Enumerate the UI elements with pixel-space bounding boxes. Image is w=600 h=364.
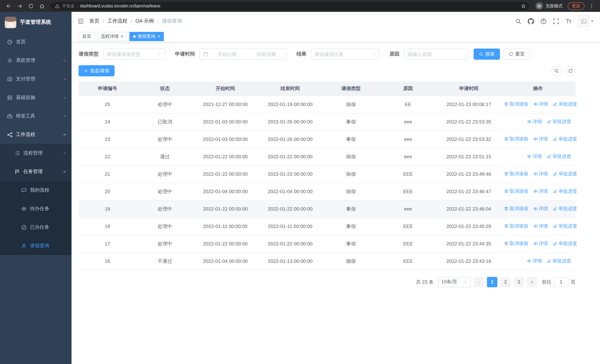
- fontsize-icon[interactable]: [565, 18, 572, 24]
- breadcrumb-item[interactable]: OA 示例: [135, 18, 154, 24]
- result-select[interactable]: [311, 48, 380, 60]
- leave-type-input[interactable]: [107, 51, 155, 57]
- sidebar-item-workflow[interactable]: 工作流程: [0, 125, 72, 144]
- approval-progress-link[interactable]: 审批进度: [547, 153, 571, 160]
- back-icon[interactable]: [4, 1, 13, 11]
- sidebar-item-dev-tools[interactable]: 研发工具: [0, 107, 72, 125]
- update-button[interactable]: 更新: [568, 2, 584, 10]
- cancel-leave-link[interactable]: 取消请假: [504, 171, 528, 177]
- page-number-button[interactable]: 2: [500, 277, 511, 287]
- column-header[interactable]: 结束时间: [257, 82, 323, 96]
- column-header[interactable]: 申请时间: [437, 82, 500, 96]
- github-icon[interactable]: [528, 18, 534, 24]
- cancel-leave-link[interactable]: 取消请假: [504, 206, 528, 212]
- refresh-icon[interactable]: [565, 66, 576, 76]
- page-number-button[interactable]: 1: [487, 277, 497, 287]
- sidebar-item-leave-query[interactable]: 请假查询: [0, 236, 72, 255]
- column-header[interactable]: 请假类型: [323, 82, 379, 96]
- tab-home[interactable]: 首页: [79, 32, 95, 41]
- table-row[interactable]: 21 处理中 2022-01-22 00:00:00 2022-01-23 00…: [79, 165, 576, 183]
- cancel-leave-link[interactable]: 取消请假: [504, 241, 528, 247]
- sidebar-item-process-mgmt[interactable]: 流程管理: [0, 144, 72, 162]
- table-row[interactable]: 18 处理中 2022-01-11 00:00:00 2022-01-11 00…: [79, 218, 576, 235]
- breadcrumb-item[interactable]: 请假查询: [162, 18, 182, 24]
- cancel-leave-link[interactable]: 取消请假: [504, 136, 528, 142]
- approval-progress-link[interactable]: 审批进度: [553, 223, 577, 229]
- close-icon[interactable]: ×: [158, 34, 160, 39]
- reason-field[interactable]: [404, 48, 468, 60]
- home-icon[interactable]: [37, 1, 47, 11]
- apply-time-range-picker[interactable]: -: [199, 48, 287, 60]
- table-row[interactable]: 23 处理中 2022-01-03 00:00:00 2022-01-26 00…: [79, 131, 576, 148]
- next-page-button[interactable]: [527, 277, 537, 287]
- sidebar-item-home[interactable]: 首页: [0, 33, 72, 51]
- cancel-leave-link[interactable]: 取消请假: [504, 188, 528, 195]
- search-icon[interactable]: [552, 66, 562, 76]
- table-row[interactable]: 25 处理中 2021-12-27 00:00:00 2022-01-19 00…: [79, 96, 576, 113]
- detail-link[interactable]: 详情: [527, 258, 542, 264]
- column-header[interactable]: 状态: [136, 82, 193, 96]
- sidebar-item-payment-mgmt[interactable]: 支付管理: [0, 70, 72, 88]
- table-row[interactable]: 22 通过 2022-01-22 00:00:00 2022-01-22 00:…: [79, 148, 576, 165]
- breadcrumb-item[interactable]: 首页: [89, 18, 99, 24]
- table-row[interactable]: 20 处理中 2022-01-04 00:00:00 2022-01-04 00…: [79, 183, 576, 200]
- fullscreen-icon[interactable]: [553, 18, 559, 24]
- reload-icon[interactable]: [26, 1, 36, 11]
- detail-link[interactable]: 详情: [533, 241, 548, 247]
- detail-link[interactable]: 详情: [533, 136, 548, 142]
- approval-progress-link[interactable]: 审批进度: [547, 119, 571, 125]
- column-header[interactable]: 申请编号: [79, 82, 136, 96]
- goto-page-input[interactable]: [554, 277, 569, 287]
- cancel-leave-link[interactable]: 取消请假: [504, 223, 528, 229]
- approval-progress-link[interactable]: 审批进度: [553, 241, 577, 247]
- detail-link[interactable]: 详情: [533, 206, 548, 212]
- sidebar-item-infrastructure[interactable]: 基础设施: [0, 88, 72, 107]
- sidebar-item-done-tasks[interactable]: 已办任务: [0, 218, 72, 236]
- detail-link[interactable]: 详情: [527, 153, 542, 160]
- close-icon[interactable]: ×: [121, 34, 123, 39]
- table-row[interactable]: 16 不通过 2022-01-04 00:00:00 2022-01-13 00…: [79, 252, 576, 270]
- app-logo[interactable]: 芋道管理系统: [0, 12, 72, 33]
- start-date-input[interactable]: [210, 51, 244, 57]
- detail-link[interactable]: 详情: [533, 171, 548, 177]
- table-row[interactable]: 19 处理中 2022-01-22 00:00:00 2022-01-22 00…: [79, 200, 576, 218]
- detail-link[interactable]: 详情: [533, 223, 548, 229]
- column-header[interactable]: 原因: [379, 82, 437, 96]
- detail-link[interactable]: 详情: [527, 119, 542, 125]
- create-leave-button[interactable]: 发起请假: [79, 65, 114, 76]
- leave-type-select[interactable]: [103, 48, 165, 60]
- sidebar-item-my-process[interactable]: 我的流程: [0, 181, 72, 199]
- question-icon[interactable]: [540, 18, 547, 24]
- end-date-input[interactable]: [249, 51, 283, 57]
- result-input[interactable]: [315, 51, 369, 57]
- user-menu[interactable]: [578, 16, 594, 27]
- detail-link[interactable]: 详情: [533, 188, 548, 195]
- reset-button[interactable]: 重置: [504, 48, 530, 60]
- approval-progress-link[interactable]: 审批进度: [547, 258, 571, 264]
- prev-page-button[interactable]: [474, 277, 484, 287]
- detail-link[interactable]: 详情: [533, 101, 548, 107]
- table-row[interactable]: 24 已取消 2022-01-03 00:00:00 2022-01-26 00…: [79, 113, 576, 131]
- approval-progress-link[interactable]: 审批进度: [553, 136, 577, 142]
- tab-leave-query[interactable]: 请假查询 ×: [129, 32, 164, 41]
- page-number-button[interactable]: 3: [514, 277, 524, 287]
- cancel-leave-link[interactable]: 取消请假: [504, 101, 528, 107]
- page-size-select[interactable]: 10条/页: [438, 277, 471, 287]
- forward-icon[interactable]: [15, 1, 24, 11]
- search-icon[interactable]: [515, 18, 521, 24]
- collapse-icon[interactable]: [77, 18, 84, 24]
- reason-input[interactable]: [408, 51, 464, 57]
- sidebar-item-todo-tasks[interactable]: 待办任务: [0, 199, 72, 218]
- sidebar-item-task-mgmt[interactable]: 任务管理: [0, 162, 72, 181]
- table-row[interactable]: 17 处理中 2022-01-22 00:00:00 2022-01-22 00…: [79, 235, 576, 252]
- sidebar-item-system-mgmt[interactable]: 系统管理: [0, 51, 72, 70]
- column-header[interactable]: 开始时间: [193, 82, 257, 96]
- search-button[interactable]: 搜索: [474, 48, 500, 60]
- approval-progress-link[interactable]: 审批进度: [553, 101, 577, 107]
- kebab-icon[interactable]: [587, 1, 596, 11]
- approval-progress-link[interactable]: 审批进度: [553, 206, 577, 212]
- approval-progress-link[interactable]: 审批进度: [553, 171, 577, 177]
- star-icon[interactable]: [519, 2, 527, 10]
- url-bar[interactable]: 不安全 dashboard.yudao.iocoder.cn/bpm/oa/le…: [50, 2, 529, 10]
- approval-progress-link[interactable]: 审批进度: [553, 188, 577, 195]
